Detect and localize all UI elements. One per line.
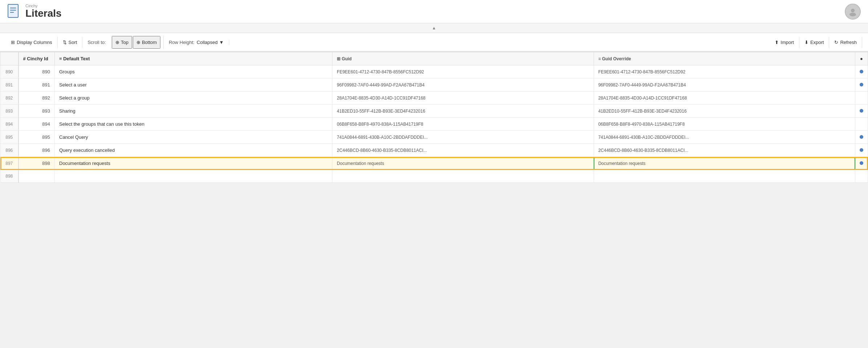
- cell-default-text[interactable]: Groups: [55, 65, 332, 78]
- cell-extra[interactable]: [855, 118, 868, 131]
- cell-cinchy-id[interactable]: 893: [19, 105, 55, 118]
- cell-extra[interactable]: [855, 170, 868, 183]
- dot-indicator: [860, 161, 863, 165]
- cell-extra[interactable]: [855, 65, 868, 78]
- guid-override-header: Guid Override: [602, 56, 631, 61]
- svg-rect-0: [8, 4, 18, 17]
- cell-guid[interactable]: 2C446BCD-8B60-4630-B335-8CDB8011ACI...: [332, 144, 594, 157]
- refresh-button[interactable]: ↻ Refresh: [829, 37, 862, 48]
- cell-cinchy-id[interactable]: 892: [19, 92, 55, 105]
- cell-row-num: 896: [0, 144, 19, 157]
- import-button[interactable]: ⬆ Import: [770, 37, 799, 48]
- circle-bottom-icon: ⊕: [136, 40, 140, 45]
- cell-guid-override[interactable]: 2C446BCD-8B60-4630-B335-8CDB8011ACI...: [594, 144, 855, 157]
- cell-default-text[interactable]: Query execution cancelled: [55, 144, 332, 157]
- refresh-icon: ↻: [834, 40, 838, 45]
- scroll-top-button[interactable]: ⊕ Top: [112, 36, 132, 49]
- cell-guid[interactable]: [332, 170, 594, 183]
- cell-extra[interactable]: [855, 78, 868, 92]
- user-avatar[interactable]: [845, 4, 861, 20]
- cell-default-text[interactable]: Cancel Query: [55, 131, 332, 144]
- cell-guid-override[interactable]: Documentation requests: [594, 157, 855, 170]
- cell-row-num: 898: [0, 170, 19, 183]
- scroll-bottom-button[interactable]: ⊕ Bottom: [133, 36, 160, 49]
- cell-guid-override[interactable]: [594, 170, 855, 183]
- collapse-icon[interactable]: ▲: [432, 25, 436, 31]
- cell-cinchy-id[interactable]: 890: [19, 65, 55, 78]
- table-wrapper: # Cinchy Id ≡ Default Text ⊞ Guid ≡ Guid…: [0, 52, 868, 183]
- export-button[interactable]: ⬇ Export: [799, 37, 830, 48]
- cell-extra[interactable]: [855, 92, 868, 105]
- table-row[interactable]: 898: [0, 170, 868, 183]
- cell-guid-override[interactable]: 741A0844-6891-430B-A10C-2BDDAFDDDEI...: [594, 131, 855, 144]
- toolbar: ⊞ Display Columns ⇅ Sort Scroll to: ⊕ To…: [0, 33, 868, 52]
- chevron-down-icon: ▼: [219, 40, 224, 45]
- cell-cinchy-id[interactable]: 895: [19, 131, 55, 144]
- cell-cinchy-id[interactable]: 894: [19, 118, 55, 131]
- cell-default-text[interactable]: Select a user: [55, 78, 332, 92]
- cell-guid-override[interactable]: FE9EE601-4712-4730-847B-8556FC512D92: [594, 65, 855, 78]
- row-height-value[interactable]: Collapsed ▼: [197, 40, 224, 45]
- row-height-section: Row Height: Collapsed ▼: [164, 40, 229, 45]
- cell-default-text[interactable]: Select a group: [55, 92, 332, 105]
- cell-cinchy-id[interactable]: [19, 170, 55, 183]
- cell-extra[interactable]: [855, 157, 868, 170]
- cell-default-text[interactable]: [55, 170, 332, 183]
- dot-indicator: [860, 135, 863, 139]
- brand-name: Cinchy: [25, 4, 62, 8]
- cell-extra[interactable]: [855, 105, 868, 118]
- th-default-text[interactable]: ≡ Default Text: [55, 52, 332, 65]
- cell-guid-override[interactable]: 96F09982-7AF0-4449-99AD-F2AA67B471B4: [594, 78, 855, 92]
- app-header: Cinchy Literals: [0, 0, 868, 23]
- row-height-label: Row Height:: [169, 40, 195, 45]
- cell-extra[interactable]: [855, 131, 868, 144]
- cell-cinchy-id[interactable]: 891: [19, 78, 55, 92]
- columns-icon: ⊞: [11, 40, 15, 45]
- table-row[interactable]: 896896Query execution cancelled2C446BCD-…: [0, 144, 868, 157]
- svg-point-4: [851, 9, 855, 12]
- cell-row-num: 890: [0, 65, 19, 78]
- cell-cinchy-id[interactable]: 898: [19, 157, 55, 170]
- table-row[interactable]: 897898Documentation requestsDocumentatio…: [0, 157, 868, 170]
- table-row[interactable]: 891891Select a user96F09982-7AF0-4449-99…: [0, 78, 868, 92]
- table-row[interactable]: 892892Select a group28A1704E-8835-4D30-A…: [0, 92, 868, 105]
- display-columns-button[interactable]: ⊞ Display Columns: [6, 37, 58, 48]
- th-cinchy-id[interactable]: # Cinchy Id: [19, 52, 55, 65]
- logo-text: Cinchy Literals: [25, 4, 62, 19]
- cell-extra[interactable]: [855, 144, 868, 157]
- export-label: Export: [810, 40, 824, 45]
- collapse-bar[interactable]: ▲: [0, 23, 868, 33]
- cell-guid[interactable]: Documentation requests: [332, 157, 594, 170]
- cell-guid[interactable]: 96F09982-7AF0-4449-99AD-F2AA67B471B4: [332, 78, 594, 92]
- cell-guid[interactable]: 741A0844-6891-430B-A10C-2BDDAFDDDEI...: [332, 131, 594, 144]
- data-table: # Cinchy Id ≡ Default Text ⊞ Guid ≡ Guid…: [0, 52, 868, 183]
- refresh-label: Refresh: [840, 40, 857, 45]
- hash-icon: #: [23, 56, 27, 61]
- table-row[interactable]: 890890GroupsFE9EE601-4712-4730-847B-8556…: [0, 65, 868, 78]
- cell-guid-override[interactable]: 28A1704E-8835-4D30-A14D-1CC91DF47168: [594, 92, 855, 105]
- app-logo: Cinchy Literals: [7, 4, 62, 20]
- cell-guid[interactable]: FE9EE601-4712-4730-847B-8556FC512D92: [332, 65, 594, 78]
- th-guid-override[interactable]: ≡ Guid Override: [594, 52, 855, 65]
- cell-row-num: 893: [0, 105, 19, 118]
- cell-guid[interactable]: 41B2ED10-55FF-412B-B93E-3ED4F4232016: [332, 105, 594, 118]
- table-row[interactable]: 894894Select the groups that can use thi…: [0, 118, 868, 131]
- sort-button[interactable]: ⇅ Sort: [58, 37, 83, 48]
- cell-guid-override[interactable]: 06B8F658-B8F8-4970-838A-115AB41719F8: [594, 118, 855, 131]
- cell-guid-override[interactable]: 41B2ED10-55FF-412B-B93E-3ED4F4232016: [594, 105, 855, 118]
- cell-default-text[interactable]: Documentation requests: [55, 157, 332, 170]
- table-header: # Cinchy Id ≡ Default Text ⊞ Guid ≡ Guid…: [0, 52, 868, 65]
- cell-cinchy-id[interactable]: 896: [19, 144, 55, 157]
- list-icon: ≡: [59, 56, 63, 61]
- dot-indicator: [860, 148, 863, 152]
- th-guid[interactable]: ⊞ Guid: [332, 52, 594, 65]
- table-icon: ⊞: [337, 56, 341, 61]
- dot-indicator: [860, 109, 863, 113]
- cell-default-text[interactable]: Sharing: [55, 105, 332, 118]
- table-row[interactable]: 893893Sharing41B2ED10-55FF-412B-B93E-3ED…: [0, 105, 868, 118]
- cell-guid[interactable]: 06B8F658-B8F8-4970-838A-115AB41719F8: [332, 118, 594, 131]
- cell-guid[interactable]: 28A1704E-8835-4D30-A14D-1CC91DF47168: [332, 92, 594, 105]
- table-row[interactable]: 895895Cancel Query741A0844-6891-430B-A10…: [0, 131, 868, 144]
- cell-default-text[interactable]: Select the groups that can use this toke…: [55, 118, 332, 131]
- top-label: Top: [121, 40, 128, 45]
